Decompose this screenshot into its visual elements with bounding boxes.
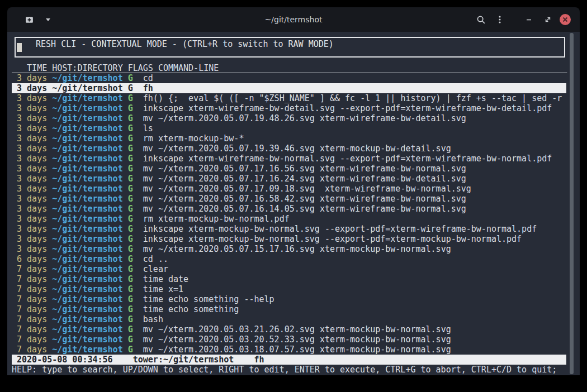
entry-time: 7 days: [12, 294, 52, 304]
entry-flag: G: [128, 314, 143, 324]
entry-flag: G: [128, 144, 143, 154]
entry-flag: G: [128, 204, 143, 214]
history-entry[interactable]: 3 days ~/git/termshot G mv ~/xterm.2020.…: [12, 244, 566, 254]
entry-time: 3 days: [12, 123, 52, 133]
history-entry[interactable]: 7 days ~/git/termshot G time echo someth…: [12, 304, 566, 314]
entry-directory: ~/git/termshot: [52, 304, 127, 314]
restore-icon: [544, 16, 552, 23]
history-entry[interactable]: 3 days ~/git/termshot G rm xterm-mockup-…: [12, 133, 566, 144]
history-entry[interactable]: 3 days ~/git/termshot G mv ~/xterm.2020.…: [12, 194, 566, 204]
entry-directory: ~/git/termshot: [52, 164, 127, 174]
entry-time: 7 days: [12, 284, 52, 294]
history-entry[interactable]: 7 days ~/git/termshot G time x=1: [12, 284, 566, 294]
entry-command: mv ~/xterm.2020.05.07.15.17.16.svg xterm…: [143, 244, 451, 254]
entry-time: 3 days: [12, 73, 52, 83]
entry-command: mv ~/xterm.2020.05.07.16.14.05.svg xterm…: [143, 204, 466, 214]
close-icon: [562, 16, 568, 24]
entry-directory: ~/git/termshot: [52, 123, 127, 133]
history-entry[interactable]: 7 days ~/git/termshot G time echo someth…: [12, 294, 566, 304]
entry-directory: ~/git/termshot: [52, 144, 127, 154]
entry-time: 3 days: [12, 174, 52, 184]
history-entry[interactable]: 3 days ~/git/termshot G mv ~/xterm.2020.…: [12, 164, 566, 174]
restore-button[interactable]: [541, 12, 555, 27]
history-entry[interactable]: 3 days ~/git/termshot G rm xterm-mockup-…: [12, 214, 566, 224]
entry-time: 3 days: [12, 194, 52, 204]
history-entry[interactable]: 3 days ~/git/termshot G inkscape xterm-m…: [12, 234, 566, 244]
entry-flag: G: [128, 224, 143, 234]
history-entry[interactable]: 3 days ~/git/termshot G inkscape xterm-m…: [12, 224, 566, 234]
history-entry[interactable]: 7 days ~/git/termshot G mv ~/xterm.2020.…: [12, 334, 566, 345]
history-entry[interactable]: 7 days ~/git/termshot G bash: [12, 314, 566, 324]
entry-flag: G: [128, 234, 143, 244]
entry-flag: G: [128, 113, 143, 123]
history-entry[interactable]: 3 days ~/git/termshot G ls: [12, 123, 566, 133]
entry-flag: G: [128, 103, 143, 113]
entry-time: 7 days: [12, 314, 52, 324]
menu-kebab-icon: [495, 15, 504, 24]
history-entry[interactable]: 6 days ~/git/termshot G cd ..: [12, 254, 566, 264]
entry-directory: ~/git/termshot: [52, 244, 127, 254]
entry-time: 7 days: [12, 324, 52, 334]
entry-command: clear: [143, 264, 168, 274]
status-bar: 2020-05-08 00:34:56 tower:~/git/termshot…: [12, 355, 566, 365]
entry-flag: G: [128, 194, 143, 204]
entry-flag: G: [128, 214, 143, 224]
tab-dropdown-button[interactable]: [41, 12, 55, 27]
history-entry[interactable]: 7 days ~/git/termshot G clear: [12, 264, 566, 274]
history-entry[interactable]: 3 days ~/git/termshot G mv ~/xterm.2020.…: [12, 184, 566, 194]
entry-command: bash: [143, 314, 163, 324]
entry-directory: ~/git/termshot: [52, 324, 127, 334]
entry-command: mv ~/xterm.2020.05.07.17.16.56.svg xterm…: [143, 164, 466, 174]
menu-button[interactable]: [493, 12, 507, 27]
minimize-button[interactable]: [522, 12, 536, 27]
text-cursor: [17, 43, 22, 52]
history-entry[interactable]: 3 days ~/git/termshot G cd: [12, 73, 566, 83]
history-entry[interactable]: 7 days ~/git/termshot G mv ~/xterm.2020.…: [12, 324, 566, 334]
entry-directory: ~/git/termshot: [52, 174, 127, 184]
entry-time: 7 days: [12, 334, 52, 345]
minimize-icon: [525, 16, 533, 23]
entry-command: mv ~/xterm.2020.05.03.18.07.57.svg xterm…: [143, 345, 451, 355]
scrollbar-thumb[interactable]: [570, 33, 574, 374]
entry-command: mv ~/xterm.2020.05.03.20.52.33.svg xterm…: [143, 334, 451, 345]
entry-command: ls: [143, 123, 153, 133]
entry-directory: ~/git/termshot: [52, 345, 127, 355]
search-input-box[interactable]: RESH CLI - CONTEXTUAL MODE - (CTRL+R to …: [15, 37, 565, 58]
entry-directory: ~/git/termshot: [52, 204, 127, 214]
entry-time: 7 days: [12, 274, 52, 284]
entry-time: 3 days: [12, 164, 52, 174]
entry-flag: G: [128, 83, 143, 93]
history-entry[interactable]: 3 days ~/git/termshot G mv ~/xterm.2020.…: [12, 144, 566, 154]
entry-directory: ~/git/termshot: [52, 133, 127, 144]
new-tab-button[interactable]: [22, 12, 36, 27]
terminal-screen[interactable]: RESH CLI - CONTEXTUAL MODE - (CTRL+R to …: [7, 32, 580, 375]
entry-command: inkscape xterm-wireframe-bw-detail.svg -…: [143, 103, 552, 113]
search-button[interactable]: [474, 12, 488, 27]
entry-flag: G: [128, 133, 143, 144]
entry-time: 7 days: [12, 304, 52, 314]
history-entry[interactable]: 3 days ~/git/termshot G mv ~/xterm.2020.…: [12, 113, 566, 123]
search-icon: [476, 15, 486, 25]
history-entry[interactable]: 3 days ~/git/termshot G fh: [12, 83, 566, 93]
entry-command: inkscape xterm-wireframe-bw-normal.svg -…: [143, 154, 552, 164]
entry-time: 3 days: [12, 204, 52, 214]
entry-command: mv ~/xterm.2020.05.07.17.16.24.svg xterm…: [143, 174, 466, 184]
history-entry[interactable]: 7 days ~/git/termshot G time date: [12, 274, 566, 284]
entry-directory: ~/git/termshot: [52, 73, 127, 83]
entry-command: time echo something --help: [143, 294, 274, 304]
entry-directory: ~/git/termshot: [52, 214, 127, 224]
entry-time: 3 days: [12, 113, 52, 123]
history-entry[interactable]: 3 days ~/git/termshot G inkscape xterm-w…: [12, 154, 566, 164]
history-entry[interactable]: 3 days ~/git/termshot G mv ~/xterm.2020.…: [12, 174, 566, 184]
history-entry[interactable]: 3 days ~/git/termshot G fh() {; eval $( …: [12, 93, 566, 103]
close-button[interactable]: [560, 14, 571, 25]
entry-flag: G: [128, 164, 143, 174]
history-entry[interactable]: 3 days ~/git/termshot G inkscape xterm-w…: [12, 103, 566, 113]
history-entry[interactable]: 7 days ~/git/termshot G mv ~/xterm.2020.…: [12, 345, 566, 355]
entry-command: mv ~/xterm.2020.05.07.19.48.26.svg xterm…: [143, 113, 466, 123]
entry-flag: G: [128, 174, 143, 184]
entry-time: 3 days: [12, 154, 52, 164]
history-entry[interactable]: 3 days ~/git/termshot G mv ~/xterm.2020.…: [12, 204, 566, 214]
entry-time: 3 days: [12, 144, 52, 154]
entry-flag: G: [128, 254, 143, 264]
